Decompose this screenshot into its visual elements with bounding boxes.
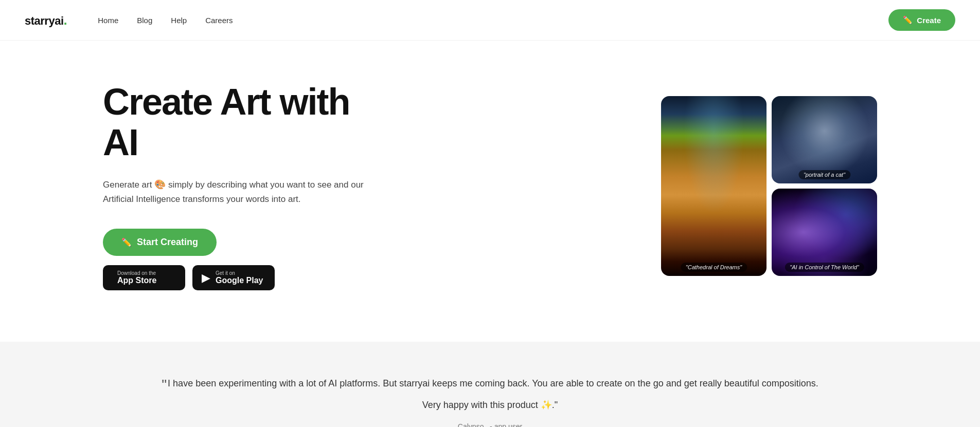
nav-careers[interactable]: Careers [205, 16, 233, 25]
sparkle-emoji: ✨ [541, 400, 552, 410]
nav-links: Home Blog Help Careers [98, 16, 888, 25]
art-card-cat: "portrait of a cat" [772, 96, 877, 183]
app-store-text: Download on the App Store [117, 270, 156, 285]
testimonial-section: "I have been experimenting with a lot of… [0, 342, 980, 427]
start-creating-button[interactable]: ✏️ Start Creating [103, 229, 217, 256]
google-play-text: Get it on Google Play [216, 270, 263, 285]
pencil-icon: ✏️ [903, 15, 913, 25]
hero-title: Create Art with AI [103, 82, 370, 163]
hero-desc-1: Generate art [103, 180, 154, 190]
nav-help[interactable]: Help [171, 16, 187, 25]
close-quote: ." [552, 400, 558, 410]
logo-dot: . [64, 12, 67, 28]
logo-text: starryai [25, 14, 64, 27]
cathedral-image [661, 96, 767, 276]
app-store-button[interactable]: Download on the App Store [103, 265, 185, 290]
hero-section: Create Art with AI Generate art 🎨 simply… [0, 41, 980, 331]
google-play-button[interactable]: ▶ Get it on Google Play [192, 265, 275, 290]
hero-description: Generate art 🎨 simply by describing what… [103, 177, 370, 206]
testimonial-text: "I have been experimenting with a lot of… [154, 373, 826, 413]
art-card-space: "AI in Control of The World" [772, 189, 877, 276]
palette-emoji: 🎨 [154, 179, 166, 190]
art-gallery: "Cathedral of Dreams" "portrait of a cat… [661, 96, 877, 276]
testimonial-author: Calypso_ - app user [154, 422, 826, 427]
play-icon: ▶ [202, 271, 210, 285]
create-button[interactable]: ✏️ Create [888, 9, 955, 31]
cathedral-label: "Cathedral of Dreams" [681, 263, 747, 272]
navbar: starryai. Home Blog Help Careers ✏️ Crea… [0, 0, 980, 41]
start-pencil-icon: ✏️ [121, 237, 132, 247]
art-card-cathedral: "Cathedral of Dreams" [661, 96, 767, 276]
store-buttons: Download on the App Store ▶ Get it on Go… [103, 265, 370, 290]
app-store-name: App Store [117, 276, 156, 285]
testimonial-body: I have been experimenting with a lot of … [168, 378, 818, 410]
google-play-name: Google Play [216, 276, 263, 285]
hero-actions: ✏️ Start Creating Download on the App St… [103, 229, 370, 290]
space-label: "AI in Control of The World" [785, 263, 864, 272]
app-store-sub: Download on the [117, 270, 156, 276]
create-button-label: Create [917, 16, 941, 25]
hero-content: Create Art with AI Generate art 🎨 simply… [103, 82, 370, 290]
start-creating-label: Start Creating [137, 237, 198, 248]
logo[interactable]: starryai. [25, 12, 67, 28]
open-quote: " [162, 377, 167, 393]
nav-blog[interactable]: Blog [137, 16, 152, 25]
google-play-sub: Get it on [216, 270, 263, 276]
cat-label: "portrait of a cat" [798, 170, 850, 179]
nav-home[interactable]: Home [98, 16, 118, 25]
